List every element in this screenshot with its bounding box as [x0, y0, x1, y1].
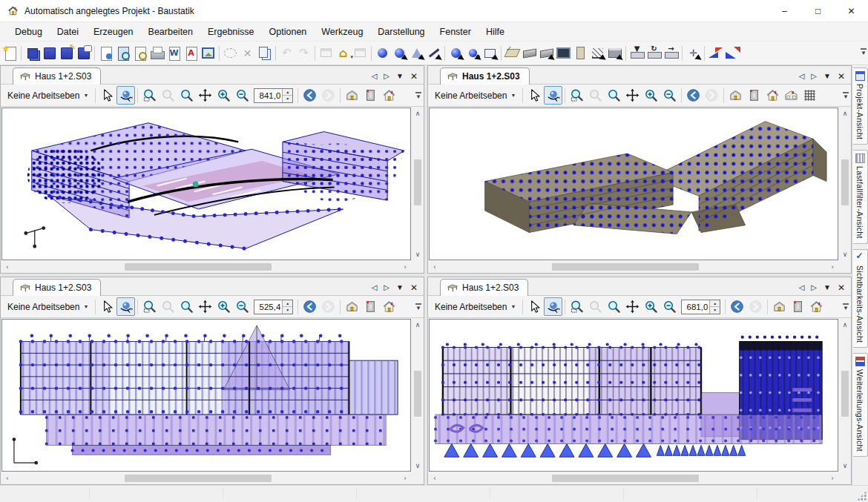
- scroll-up-arrow[interactable]: ∧: [412, 319, 424, 331]
- vertical-scroll-thumb[interactable]: [841, 371, 849, 417]
- zoom-in-tool[interactable]: [642, 297, 660, 316]
- menu-hilfe[interactable]: Hilfe: [479, 24, 512, 40]
- scroll-down-arrow[interactable]: ∨: [839, 460, 851, 472]
- new-project-icon[interactable]: [1, 44, 19, 62]
- zoom-in-tool[interactable]: [214, 297, 233, 316]
- pan-tool[interactable]: [196, 297, 214, 316]
- scroll-down-arrow[interactable]: ∨: [412, 248, 424, 260]
- close-view-button[interactable]: ✕: [410, 283, 418, 292]
- workplane-selector[interactable]: Keine Arbeitseben▼: [3, 300, 93, 314]
- rotate-tool[interactable]: [544, 86, 562, 105]
- toolbar-overflow-button[interactable]: ▼: [861, 48, 867, 56]
- load-to-support-icon[interactable]: ▼: [628, 44, 645, 62]
- view-3d-button[interactable]: [770, 297, 789, 316]
- vertical-scrollbar[interactable]: ∧ ∨: [839, 319, 851, 472]
- menu-debug[interactable]: Debug: [7, 24, 50, 40]
- vertical-scrollbar[interactable]: ∧ ∨: [412, 108, 424, 260]
- zoom-previous-tool[interactable]: [159, 297, 177, 316]
- send-document-icon[interactable]: [97, 44, 114, 62]
- zoom-out-tool[interactable]: [233, 86, 251, 105]
- horizontal-scroll-thumb[interactable]: [552, 263, 700, 271]
- select-slab-icon[interactable]: [606, 44, 623, 62]
- select-by-window-icon[interactable]: [481, 44, 499, 62]
- zoom-scale-input[interactable]: ▲▼: [681, 300, 720, 314]
- select-beam-icon[interactable]: [538, 44, 555, 62]
- section-view-button[interactable]: [361, 86, 380, 105]
- horizontal-scrollbar[interactable]: ‹ ›: [429, 261, 838, 273]
- print-icon[interactable]: [148, 44, 165, 62]
- workplane-selector[interactable]: Keine Arbeitseben▼: [430, 88, 520, 103]
- export-image-icon[interactable]: [200, 44, 217, 62]
- select-edge-icon[interactable]: [425, 44, 442, 62]
- select-solid-icon[interactable]: [408, 44, 425, 62]
- horizontal-scroll-thumb[interactable]: [125, 475, 272, 482]
- minimize-button[interactable]: –: [768, 0, 801, 22]
- zoom-dynamic-tool[interactable]: [177, 86, 196, 105]
- nav-back-button[interactable]: [300, 86, 319, 105]
- freehand-selection-icon[interactable]: [222, 44, 239, 62]
- workplane-selector[interactable]: Keine Arbeitseben▼: [3, 88, 93, 103]
- menu-fenster[interactable]: Fenster: [433, 24, 479, 40]
- prev-view-button[interactable]: ◁: [799, 284, 805, 291]
- model-canvas-elevation-front[interactable]: [1, 319, 411, 472]
- view-tab[interactable]: Haus 1+2.S03: [440, 67, 530, 85]
- select-tool[interactable]: [98, 297, 116, 316]
- scroll-right-arrow[interactable]: ›: [826, 261, 838, 273]
- zoom-out-tool[interactable]: [660, 297, 679, 316]
- close-button[interactable]: ✕: [835, 0, 868, 22]
- close-view-button[interactable]: ✕: [410, 72, 418, 81]
- model-3d-solid-view[interactable]: [430, 108, 838, 260]
- scroll-down-arrow[interactable]: ∨: [839, 248, 851, 260]
- workplane-selector[interactable]: Keine Arbeitseben▼: [430, 300, 520, 314]
- select-tool[interactable]: [98, 86, 116, 105]
- close-view-button[interactable]: ✕: [838, 283, 845, 292]
- pan-tool[interactable]: [623, 297, 642, 316]
- export-word-icon[interactable]: W: [165, 44, 183, 62]
- zoom-out-tool[interactable]: [660, 86, 679, 105]
- nav-forward-button[interactable]: [319, 297, 338, 316]
- dock-tab-sichtbarkeits-ansicht[interactable]: Sichtbarkeits-Ansicht: [853, 249, 868, 348]
- section-view-button[interactable]: [745, 86, 763, 105]
- view-3d-button[interactable]: [343, 86, 361, 105]
- dock-tab-lastfallfilter-ansicht[interactable]: Lastfallfilter-Ansicht: [853, 150, 868, 244]
- load-redistribution-icon[interactable]: ↻: [645, 44, 662, 62]
- view-menu-button[interactable]: ▼: [823, 73, 831, 80]
- menu-datei[interactable]: Datei: [50, 24, 86, 40]
- front-view-button[interactable]: [782, 86, 800, 105]
- project-home-icon[interactable]: ⌂: [335, 44, 352, 62]
- scroll-left-arrow[interactable]: ‹: [429, 472, 441, 484]
- copy-icon[interactable]: [256, 44, 273, 62]
- zoom-in-tool[interactable]: [214, 86, 233, 105]
- zoom-previous-tool[interactable]: [586, 86, 605, 105]
- panel-toolbar-overflow[interactable]: ▼: [843, 303, 849, 311]
- section-view-button[interactable]: [361, 297, 380, 316]
- vertical-scrollbar[interactable]: ∧ ∨: [412, 319, 424, 472]
- scroll-down-arrow[interactable]: ∨: [412, 460, 424, 472]
- save-as-icon[interactable]: [58, 44, 75, 62]
- vertical-scroll-thumb[interactable]: [414, 371, 421, 417]
- select-single-node-icon[interactable]: [447, 44, 464, 62]
- horizontal-scroll-thumb[interactable]: [125, 263, 272, 271]
- zoom-scale-value[interactable]: [254, 91, 282, 100]
- prev-view-button[interactable]: ◁: [372, 284, 378, 291]
- spin-up-button[interactable]: ▲: [710, 300, 720, 308]
- nav-back-button[interactable]: [684, 86, 703, 105]
- horizontal-scrollbar[interactable]: ‹ ›: [1, 472, 411, 484]
- maximize-button[interactable]: □: [801, 0, 835, 22]
- scroll-up-arrow[interactable]: ∧: [412, 108, 424, 119]
- create-column-icon[interactable]: [572, 44, 589, 62]
- rotate-tool[interactable]: [116, 297, 135, 316]
- prev-view-button[interactable]: ◁: [372, 73, 378, 80]
- home-view-button[interactable]: [763, 86, 782, 105]
- spin-down-button[interactable]: ▼: [283, 307, 292, 314]
- vertical-scroll-thumb[interactable]: [414, 159, 421, 205]
- zoom-previous-tool[interactable]: [586, 297, 605, 316]
- view-menu-button[interactable]: ▼: [396, 73, 404, 80]
- menu-erzeugen[interactable]: Erzeugen: [86, 24, 141, 40]
- home-view-button[interactable]: [807, 297, 826, 316]
- delete-selection-icon[interactable]: ✕: [239, 44, 256, 62]
- zoom-scale-input[interactable]: ▲▼: [254, 300, 293, 314]
- view-menu-button[interactable]: ▼: [396, 284, 404, 291]
- nav-back-button[interactable]: [300, 297, 319, 316]
- model-canvas-3d-wireframe[interactable]: [1, 108, 411, 260]
